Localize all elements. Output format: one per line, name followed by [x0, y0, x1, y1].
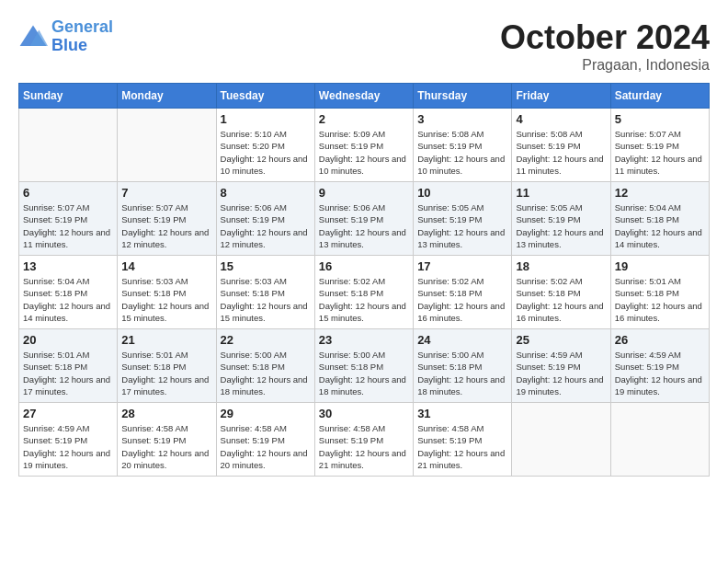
calendar-cell: 18Sunrise: 5:02 AM Sunset: 5:18 PM Dayli…	[512, 256, 610, 329]
calendar-cell: 16Sunrise: 5:02 AM Sunset: 5:18 PM Dayli…	[314, 256, 413, 329]
day-info: Sunrise: 5:07 AM Sunset: 5:19 PM Dayligh…	[121, 201, 211, 250]
day-number: 15	[221, 259, 311, 273]
logo-text: General Blue	[51, 18, 113, 55]
day-number: 22	[221, 333, 311, 347]
day-number: 9	[319, 186, 409, 200]
calendar-table: SundayMondayTuesdayWednesdayThursdayFrid…	[18, 83, 710, 477]
day-number: 14	[121, 259, 211, 273]
day-number: 7	[121, 186, 211, 200]
calendar-cell: 29Sunrise: 4:58 AM Sunset: 5:19 PM Dayli…	[216, 403, 314, 477]
day-number: 2	[319, 112, 409, 126]
week-row-3: 13Sunrise: 5:04 AM Sunset: 5:18 PM Dayli…	[19, 256, 710, 329]
location: Pragaan, Indonesia	[500, 57, 710, 74]
calendar-cell: 3Sunrise: 5:08 AM Sunset: 5:19 PM Daylig…	[414, 109, 512, 182]
calendar-cell	[610, 403, 709, 477]
calendar-cell: 14Sunrise: 5:03 AM Sunset: 5:18 PM Dayli…	[118, 256, 216, 329]
day-number: 31	[417, 407, 507, 420]
calendar-header-row: SundayMondayTuesdayWednesdayThursdayFrid…	[19, 84, 710, 109]
day-number: 30	[319, 407, 409, 420]
calendar-cell: 8Sunrise: 5:06 AM Sunset: 5:19 PM Daylig…	[216, 182, 314, 256]
day-info: Sunrise: 5:00 AM Sunset: 5:18 PM Dayligh…	[221, 349, 311, 397]
day-info: Sunrise: 5:02 AM Sunset: 5:18 PM Dayligh…	[417, 275, 507, 324]
calendar-cell: 23Sunrise: 5:00 AM Sunset: 5:18 PM Dayli…	[314, 329, 413, 403]
day-info: Sunrise: 5:01 AM Sunset: 5:18 PM Dayligh…	[23, 349, 113, 397]
day-number: 24	[417, 333, 507, 347]
day-number: 25	[516, 333, 606, 347]
calendar-cell: 28Sunrise: 4:58 AM Sunset: 5:19 PM Dayli…	[118, 403, 216, 477]
calendar-cell: 19Sunrise: 5:01 AM Sunset: 5:18 PM Dayli…	[610, 256, 709, 329]
day-info: Sunrise: 5:09 AM Sunset: 5:19 PM Dayligh…	[319, 128, 409, 177]
day-info: Sunrise: 5:00 AM Sunset: 5:18 PM Dayligh…	[417, 349, 507, 397]
calendar-cell: 7Sunrise: 5:07 AM Sunset: 5:19 PM Daylig…	[118, 182, 216, 256]
logo-icon	[18, 24, 48, 50]
day-number: 10	[417, 186, 507, 200]
day-info: Sunrise: 5:04 AM Sunset: 5:18 PM Dayligh…	[23, 275, 113, 324]
calendar-cell: 26Sunrise: 4:59 AM Sunset: 5:19 PM Dayli…	[610, 329, 709, 403]
calendar-cell	[118, 109, 216, 182]
day-number: 13	[23, 259, 113, 273]
day-number: 21	[121, 333, 211, 347]
day-info: Sunrise: 5:07 AM Sunset: 5:19 PM Dayligh…	[23, 201, 113, 250]
calendar-cell	[19, 109, 118, 182]
week-row-4: 20Sunrise: 5:01 AM Sunset: 5:18 PM Dayli…	[19, 329, 710, 403]
calendar-cell: 12Sunrise: 5:04 AM Sunset: 5:18 PM Dayli…	[610, 182, 709, 256]
calendar-cell: 1Sunrise: 5:10 AM Sunset: 5:20 PM Daylig…	[216, 109, 314, 182]
calendar-cell: 4Sunrise: 5:08 AM Sunset: 5:19 PM Daylig…	[512, 109, 610, 182]
calendar-cell: 21Sunrise: 5:01 AM Sunset: 5:18 PM Dayli…	[118, 329, 216, 403]
day-number: 23	[319, 333, 409, 347]
calendar-cell: 9Sunrise: 5:06 AM Sunset: 5:19 PM Daylig…	[314, 182, 413, 256]
day-info: Sunrise: 5:00 AM Sunset: 5:18 PM Dayligh…	[319, 349, 409, 397]
column-header-friday: Friday	[512, 84, 610, 109]
logo: General Blue	[18, 18, 113, 55]
day-info: Sunrise: 5:03 AM Sunset: 5:18 PM Dayligh…	[221, 275, 311, 324]
calendar-cell: 15Sunrise: 5:03 AM Sunset: 5:18 PM Dayli…	[216, 256, 314, 329]
column-header-monday: Monday	[118, 84, 216, 109]
calendar-cell	[512, 403, 610, 477]
title-block: October 2024 Pragaan, Indonesia	[500, 18, 710, 74]
calendar-cell: 2Sunrise: 5:09 AM Sunset: 5:19 PM Daylig…	[314, 109, 413, 182]
day-number: 6	[23, 186, 113, 200]
calendar-cell: 20Sunrise: 5:01 AM Sunset: 5:18 PM Dayli…	[19, 329, 118, 403]
calendar-cell: 27Sunrise: 4:59 AM Sunset: 5:19 PM Dayli…	[19, 403, 118, 477]
day-info: Sunrise: 5:08 AM Sunset: 5:19 PM Dayligh…	[516, 128, 606, 177]
calendar-cell: 5Sunrise: 5:07 AM Sunset: 5:19 PM Daylig…	[610, 109, 709, 182]
day-info: Sunrise: 4:59 AM Sunset: 5:19 PM Dayligh…	[23, 422, 113, 471]
calendar-cell: 17Sunrise: 5:02 AM Sunset: 5:18 PM Dayli…	[414, 256, 512, 329]
column-header-wednesday: Wednesday	[314, 84, 413, 109]
day-number: 11	[516, 186, 606, 200]
week-row-1: 1Sunrise: 5:10 AM Sunset: 5:20 PM Daylig…	[19, 109, 710, 182]
calendar-cell: 13Sunrise: 5:04 AM Sunset: 5:18 PM Dayli…	[19, 256, 118, 329]
day-info: Sunrise: 5:07 AM Sunset: 5:19 PM Dayligh…	[615, 128, 705, 177]
day-number: 4	[516, 112, 606, 126]
day-number: 8	[221, 186, 311, 200]
day-info: Sunrise: 5:08 AM Sunset: 5:19 PM Dayligh…	[417, 128, 507, 177]
calendar-cell: 11Sunrise: 5:05 AM Sunset: 5:19 PM Dayli…	[512, 182, 610, 256]
day-number: 19	[615, 259, 705, 273]
day-number: 27	[23, 407, 113, 420]
day-info: Sunrise: 5:04 AM Sunset: 5:18 PM Dayligh…	[615, 201, 705, 250]
calendar-cell: 31Sunrise: 4:58 AM Sunset: 5:19 PM Dayli…	[414, 403, 512, 477]
calendar-cell: 10Sunrise: 5:05 AM Sunset: 5:19 PM Dayli…	[414, 182, 512, 256]
day-number: 18	[516, 259, 606, 273]
month-title: October 2024	[500, 18, 710, 57]
day-info: Sunrise: 5:02 AM Sunset: 5:18 PM Dayligh…	[516, 275, 606, 324]
day-info: Sunrise: 4:59 AM Sunset: 5:19 PM Dayligh…	[516, 349, 606, 397]
week-row-2: 6Sunrise: 5:07 AM Sunset: 5:19 PM Daylig…	[19, 182, 710, 256]
day-info: Sunrise: 5:03 AM Sunset: 5:18 PM Dayligh…	[121, 275, 211, 324]
column-header-saturday: Saturday	[610, 84, 709, 109]
column-header-sunday: Sunday	[19, 84, 118, 109]
day-info: Sunrise: 5:06 AM Sunset: 5:19 PM Dayligh…	[319, 201, 409, 250]
day-info: Sunrise: 4:58 AM Sunset: 5:19 PM Dayligh…	[417, 422, 507, 471]
day-info: Sunrise: 4:58 AM Sunset: 5:19 PM Dayligh…	[121, 422, 211, 471]
page-header: General Blue October 2024 Pragaan, Indon…	[18, 18, 710, 74]
day-info: Sunrise: 5:06 AM Sunset: 5:19 PM Dayligh…	[221, 201, 311, 250]
week-row-5: 27Sunrise: 4:59 AM Sunset: 5:19 PM Dayli…	[19, 403, 710, 477]
day-number: 20	[23, 333, 113, 347]
calendar-cell: 25Sunrise: 4:59 AM Sunset: 5:19 PM Dayli…	[512, 329, 610, 403]
day-info: Sunrise: 4:58 AM Sunset: 5:19 PM Dayligh…	[221, 422, 311, 471]
calendar-cell: 24Sunrise: 5:00 AM Sunset: 5:18 PM Dayli…	[414, 329, 512, 403]
day-number: 5	[615, 112, 705, 126]
day-info: Sunrise: 5:05 AM Sunset: 5:19 PM Dayligh…	[516, 201, 606, 250]
calendar-cell: 6Sunrise: 5:07 AM Sunset: 5:19 PM Daylig…	[19, 182, 118, 256]
day-number: 26	[615, 333, 705, 347]
